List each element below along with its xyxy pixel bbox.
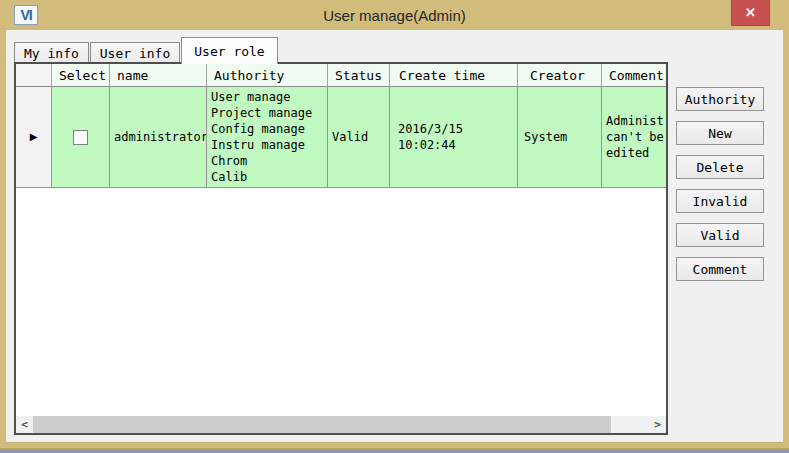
user-manage-window: User manage(Admin) VI ✕ My info User inf… bbox=[0, 0, 789, 453]
cell-authority[interactable]: User manage Project manage Config manage… bbox=[207, 87, 328, 188]
action-buttons: Authority New Delete Invalid Valid Comme… bbox=[676, 87, 764, 291]
horizontal-scrollbar[interactable]: < > bbox=[16, 416, 666, 433]
column-header-creator[interactable]: Creator bbox=[518, 64, 602, 87]
grid-corner-cell[interactable] bbox=[16, 64, 52, 87]
comment-line: Administ bbox=[606, 113, 664, 129]
row-selector-arrow-icon: ▶ bbox=[30, 129, 38, 145]
authority-line: Project manage bbox=[211, 105, 312, 121]
close-button[interactable]: ✕ bbox=[731, 0, 770, 26]
tabstrip: My info User info User role bbox=[14, 34, 279, 64]
authority-button[interactable]: Authority bbox=[676, 87, 764, 111]
authority-line: Config manage bbox=[211, 121, 305, 137]
delete-button[interactable]: Delete bbox=[676, 155, 764, 179]
authority-line: Calib bbox=[211, 169, 247, 185]
authority-line: User manage bbox=[211, 89, 290, 105]
column-header-comment[interactable]: Comment bbox=[602, 64, 666, 87]
app-icon: VI bbox=[14, 5, 38, 25]
tab-label: User role bbox=[194, 44, 264, 59]
cell-creator[interactable]: System bbox=[518, 87, 602, 188]
comment-button[interactable]: Comment bbox=[676, 257, 764, 281]
authority-line: Chrom bbox=[211, 153, 247, 169]
create-time-line: 10:02:44 bbox=[398, 137, 456, 153]
invalid-button[interactable]: Invalid bbox=[676, 189, 764, 213]
titlebar: User manage(Admin) VI ✕ bbox=[0, 0, 789, 30]
scrollbar-thumb[interactable] bbox=[33, 416, 611, 433]
cell-comment[interactable]: Administ can't be edited bbox=[602, 87, 666, 188]
row-checkbox[interactable] bbox=[73, 130, 88, 145]
column-header-create-time[interactable]: Create time bbox=[390, 64, 518, 87]
scroll-right-icon[interactable]: > bbox=[649, 416, 666, 433]
user-role-grid: Select name Authority Status Create time… bbox=[14, 62, 668, 435]
tab-user-info[interactable]: User info bbox=[90, 42, 180, 64]
grid-header-row: Select name Authority Status Create time… bbox=[16, 64, 666, 87]
create-time-line: 2016/3/15 bbox=[398, 121, 463, 137]
authority-line: Instru manage bbox=[211, 137, 305, 153]
new-button[interactable]: New bbox=[676, 121, 764, 145]
column-header-name[interactable]: name bbox=[110, 64, 207, 87]
window-title: User manage(Admin) bbox=[0, 0, 789, 30]
column-header-status[interactable]: Status bbox=[328, 64, 390, 87]
comment-line: can't be bbox=[606, 129, 664, 145]
row-selector-cell[interactable]: ▶ bbox=[16, 87, 52, 188]
cell-create-time[interactable]: 2016/3/15 10:02:44 bbox=[390, 87, 518, 188]
grid-empty-area bbox=[16, 188, 666, 399]
cell-name[interactable]: administrator bbox=[110, 87, 207, 188]
valid-button[interactable]: Valid bbox=[676, 223, 764, 247]
scroll-left-icon[interactable]: < bbox=[16, 416, 33, 433]
cell-select[interactable] bbox=[52, 87, 110, 188]
tab-label: My info bbox=[24, 46, 79, 61]
column-header-authority[interactable]: Authority bbox=[207, 64, 328, 87]
cell-status[interactable]: Valid bbox=[328, 87, 390, 188]
tab-my-info[interactable]: My info bbox=[14, 42, 89, 64]
tab-label: User info bbox=[100, 46, 170, 61]
close-icon: ✕ bbox=[745, 5, 756, 20]
client-area: My info User info User role Select name … bbox=[6, 30, 783, 443]
scrollbar-track[interactable] bbox=[33, 416, 649, 433]
comment-line: edited bbox=[606, 145, 649, 161]
column-header-select[interactable]: Select bbox=[52, 64, 110, 87]
table-row: ▶ administrator User manage Project mana… bbox=[16, 87, 666, 188]
tab-user-role[interactable]: User role bbox=[181, 37, 277, 64]
